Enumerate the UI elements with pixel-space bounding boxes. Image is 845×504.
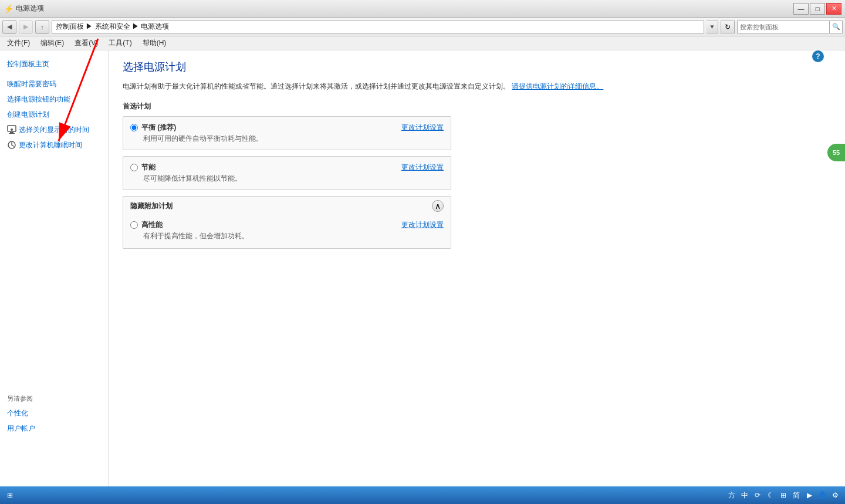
minimize-button[interactable]: — <box>793 3 809 15</box>
back-button[interactable]: ◀ <box>2 20 16 34</box>
taskbar-icon-zhcn[interactable]: 中 <box>739 490 750 500</box>
help-icon[interactable]: ? <box>812 50 824 62</box>
taskbar-icon-sync[interactable]: ⟳ <box>752 490 763 500</box>
taskbar-left: ⊞ <box>5 490 15 500</box>
plan-high-perf-change[interactable]: 更改计划设置 <box>401 220 444 230</box>
taskbar-right: 方 中 ⟳ ☾ ⊞ 简 ▶ 👤 ⚙ <box>726 490 840 500</box>
preferred-section-label: 首选计划 <box>123 102 831 111</box>
forward-button[interactable]: ▶ <box>19 20 33 34</box>
taskbar-icon-settings[interactable]: ⚙ <box>830 490 840 500</box>
page-title: 选择电源计划 <box>123 60 831 74</box>
plan-powersaver-desc: 尽可能降低计算机性能以节能。 <box>143 174 444 184</box>
hidden-header[interactable]: 隐藏附加计划 ∧ <box>123 197 451 215</box>
hidden-section-label: 隐藏附加计划 <box>130 201 173 211</box>
plan-balanced-change[interactable]: 更改计划设置 <box>401 123 444 133</box>
menu-tools[interactable]: 工具(T) <box>104 37 136 49</box>
detail-link[interactable]: 请提供电源计划的详细信息。 <box>512 82 603 90</box>
plan-powersaver-radio[interactable] <box>130 164 138 171</box>
plan-balanced: 平衡 (推荐) 更改计划设置 利用可用的硬件自动平衡功耗与性能。 <box>123 116 451 150</box>
main-layout: 控制面板主页 唤醒时需要密码 选择电源按钮的功能 创建电源计划 选择关闭显示器的… <box>0 50 845 486</box>
plan-high-perf-label[interactable]: 高性能 <box>130 220 401 230</box>
up-button[interactable]: ↑ <box>35 20 49 34</box>
sidebar: 控制面板主页 唤醒时需要密码 选择电源按钮的功能 创建电源计划 选择关闭显示器的… <box>0 50 109 486</box>
plan-balanced-radio[interactable] <box>130 124 138 131</box>
search-input[interactable] <box>738 23 829 31</box>
also-see-label: 另请参阅 <box>0 387 108 405</box>
taskbar-icon-jian[interactable]: 简 <box>791 490 802 500</box>
taskbar-icon-person[interactable]: 👤 <box>817 490 827 500</box>
title-bar-title: 电源选项 <box>16 4 44 13</box>
menu-bar: 文件(F) 编辑(E) 查看(V) 工具(T) 帮助(H) <box>0 36 845 50</box>
description: 电源计划有助于最大化计算机的性能或省节能。通过选择计划来将其激活，或选择计划并通… <box>123 81 831 92</box>
plan-powersaver: 节能 更改计划设置 尽可能降低计算机性能以节能。 <box>123 156 451 190</box>
taskbar-icon-grid[interactable]: ⊞ <box>778 490 789 500</box>
address-bar: ◀ ▶ ↑ 控制面板 ▶ 系统和安全 ▶ 电源选项 ▼ ↻ 🔍 <box>0 18 845 36</box>
sidebar-item-user-accounts[interactable]: 用户帐户 <box>0 421 108 436</box>
plan-balanced-desc: 利用可用的硬件自动平衡功耗与性能。 <box>143 134 444 144</box>
address-path[interactable]: 控制面板 ▶ 系统和安全 ▶ 电源选项 <box>52 21 704 33</box>
menu-view[interactable]: 查看(V) <box>70 37 103 49</box>
title-bar-left: ⚡ 电源选项 <box>4 4 44 13</box>
sleep-icon <box>7 140 16 150</box>
refresh-button[interactable]: ↻ <box>721 21 735 33</box>
search-button[interactable]: 🔍 <box>829 21 842 33</box>
maximize-button[interactable]: □ <box>810 3 825 15</box>
plan-powersaver-change[interactable]: 更改计划设置 <box>401 163 444 172</box>
svg-rect-2 <box>9 133 15 134</box>
plan-high-perf-desc: 有利于提高性能，但会增加功耗。 <box>143 231 444 241</box>
sidebar-item-personalization[interactable]: 个性化 <box>0 405 108 421</box>
sidebar-item-home[interactable]: 控制面板主页 <box>0 56 108 72</box>
green-badge: 55 <box>827 144 845 161</box>
taskbar-icon-ime[interactable]: 方 <box>726 490 737 500</box>
svg-rect-1 <box>10 132 13 133</box>
hidden-content: 高性能 更改计划设置 有利于提高性能，但会增加功耗。 <box>123 215 451 248</box>
title-bar: ⚡ 电源选项 — □ ✕ <box>0 0 845 18</box>
svg-point-3 <box>11 128 13 131</box>
close-button[interactable]: ✕ <box>826 3 841 15</box>
sidebar-item-power-button[interactable]: 选择电源按钮的功能 <box>0 92 108 107</box>
menu-edit[interactable]: 编辑(E) <box>36 37 69 49</box>
content-area: 选择电源计划 电源计划有助于最大化计算机的性能或省节能。通过选择计划来将其激活，… <box>109 50 845 486</box>
monitor-icon <box>7 125 16 134</box>
menu-file[interactable]: 文件(F) <box>2 37 35 49</box>
address-dropdown[interactable]: ▼ <box>707 21 718 33</box>
menu-help[interactable]: 帮助(H) <box>138 37 171 49</box>
expand-icon[interactable]: ∧ <box>432 200 444 212</box>
title-bar-controls: — □ ✕ <box>793 3 841 15</box>
plan-powersaver-label[interactable]: 节能 <box>130 163 401 172</box>
plan-high-perf-radio[interactable] <box>130 221 138 229</box>
sidebar-item-sleep-time[interactable]: 更改计算机睡眠时间 <box>0 137 108 153</box>
taskbar-start[interactable]: ⊞ <box>5 490 15 500</box>
sidebar-item-create-plan[interactable]: 创建电源计划 <box>0 107 108 122</box>
sidebar-item-wakeup[interactable]: 唤醒时需要密码 <box>0 76 108 92</box>
search-box: 🔍 <box>737 21 843 33</box>
hidden-plans-section: 隐藏附加计划 ∧ 高性能 更改计划设置 有利于提高性能，但会增加功耗。 <box>123 196 451 249</box>
taskbar: ⊞ 方 中 ⟳ ☾ ⊞ 简 ▶ 👤 ⚙ <box>0 486 845 504</box>
plan-balanced-label[interactable]: 平衡 (推荐) <box>130 123 401 133</box>
taskbar-icon-moon[interactable]: ☾ <box>765 490 776 500</box>
taskbar-icon-play[interactable]: ▶ <box>804 490 814 500</box>
sidebar-item-display-time[interactable]: 选择关闭显示器的时间 <box>0 122 108 137</box>
